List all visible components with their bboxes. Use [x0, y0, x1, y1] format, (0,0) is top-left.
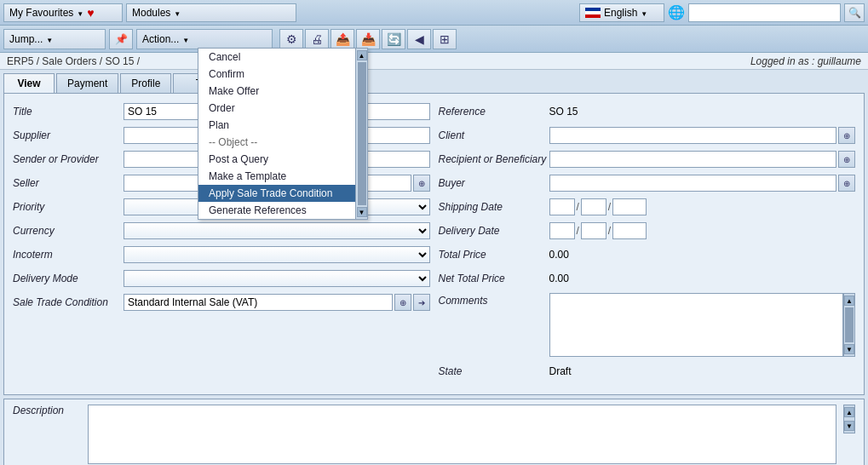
menu-item-order[interactable]: Order — [198, 100, 355, 117]
delivery-mode-label: Delivery Mode — [13, 273, 124, 284]
comments-label: Comments — [439, 293, 549, 307]
delivery-date-year[interactable] — [612, 222, 647, 239]
shipping-date-label: Shipping Date — [439, 201, 549, 213]
shipping-date-month[interactable] — [549, 198, 575, 215]
language-chevron — [641, 7, 647, 19]
form-area: Title Supplier Sender or Provider Seller… — [3, 93, 865, 395]
buyer-label: Buyer — [439, 177, 549, 189]
description-scroll-down[interactable]: ▼ — [844, 421, 854, 431]
comments-row: Comments ▲ ▼ — [439, 293, 856, 357]
currency-label: Currency — [13, 225, 124, 237]
delivery-date-label: Delivery Date — [439, 225, 549, 237]
net-total-price-row: Net Total Price 0.00 — [439, 269, 856, 288]
main-content: View Payment Profile T History Title Sup… — [0, 70, 868, 465]
state-value: Draft — [549, 365, 572, 377]
menu-item-object-separator: -- Object -- — [198, 134, 355, 151]
search-input[interactable] — [688, 3, 841, 22]
recipient-label: Recipient or Beneficiary — [439, 153, 549, 165]
client-input[interactable] — [549, 127, 837, 144]
comments-textarea[interactable] — [549, 293, 844, 357]
recipient-row: Recipient or Beneficiary ⊕ — [439, 150, 856, 169]
logged-in-text: Logged in as : guillaume — [750, 55, 861, 67]
modules-chevron — [174, 7, 181, 19]
buyer-input[interactable] — [549, 175, 837, 192]
comments-scroll-up[interactable]: ▲ — [844, 296, 854, 306]
dropdown-scroll-up[interactable]: ▲ — [357, 50, 367, 60]
action-dropdown[interactable]: Action... — [136, 29, 273, 49]
client-label: Client — [439, 129, 549, 141]
description-label: Description — [13, 405, 81, 416]
shipping-date-row: Shipping Date / / — [439, 198, 856, 216]
dropdown-scroll-thumb — [358, 62, 366, 205]
action-chevron — [182, 33, 189, 45]
sale-trade-condition-arrow-btn[interactable]: ➔ — [413, 294, 430, 311]
language-dropdown[interactable]: English — [579, 3, 664, 22]
title-label: Title — [13, 106, 124, 118]
sale-trade-condition-lookup-btn[interactable]: ⊕ — [394, 294, 411, 311]
total-price-value: 0.00 — [549, 249, 569, 261]
tab-payment[interactable]: Payment — [56, 73, 118, 93]
delivery-date-day[interactable] — [581, 222, 606, 239]
grid-icon-btn[interactable]: ⊞ — [433, 29, 457, 49]
dropdown-scrollbar: ▲ ▼ — [355, 49, 367, 219]
description-scroll-up[interactable]: ▲ — [844, 407, 854, 417]
nav-prev-btn[interactable]: ◀ — [407, 29, 431, 49]
tab-profile[interactable]: Profile — [120, 73, 171, 93]
comments-scroll-down[interactable]: ▼ — [844, 344, 854, 354]
language-label: English — [604, 7, 637, 19]
menu-item-cancel[interactable]: Cancel — [198, 49, 355, 66]
sale-trade-condition-input[interactable] — [124, 294, 393, 311]
buyer-lookup-btn[interactable]: ⊕ — [838, 175, 855, 192]
reference-row: Reference SO 15 — [439, 102, 856, 121]
recipient-lookup-btn[interactable]: ⊕ — [838, 151, 855, 168]
currency-select[interactable] — [124, 222, 430, 239]
client-row: Client ⊕ — [439, 126, 856, 145]
menu-item-post-query[interactable]: Post a Query — [198, 151, 355, 168]
client-lookup-btn[interactable]: ⊕ — [838, 127, 855, 144]
action-dropdown-menu: Cancel Confirm Make Offer Order Plan -- … — [198, 48, 368, 220]
comments-scrollbar: ▲ ▼ — [843, 293, 855, 357]
buyer-row: Buyer ⊕ — [439, 174, 856, 192]
reference-label: Reference — [439, 106, 549, 118]
second-toolbar: Jump... 📌 Action... ⚙ 🖨 📤 📥 🔄 ◀ ⊞ — [0, 26, 868, 53]
description-textarea[interactable] — [88, 405, 836, 464]
menu-item-confirm[interactable]: Confirm — [198, 66, 355, 83]
top-bar: My Favourites ♥ Modules English 🌐 🔍 — [0, 0, 868, 26]
recipient-input[interactable] — [549, 151, 837, 168]
menu-item-apply-sale-trade-condition[interactable]: Apply Sale Trade Condition — [198, 185, 355, 202]
favourites-dropdown[interactable]: My Favourites ♥ — [3, 3, 123, 22]
total-price-label: Total Price — [439, 249, 549, 261]
export-icon-btn[interactable]: 📤 — [331, 29, 354, 49]
import-icon-btn[interactable]: 📥 — [356, 29, 380, 49]
print-icon-btn[interactable]: 🖨 — [305, 29, 329, 49]
incoterm-row: Incoterm — [13, 245, 430, 264]
tabs: View Payment Profile T History — [3, 73, 865, 93]
settings-icon-btn[interactable]: ⚙ — [279, 29, 303, 49]
incoterm-select[interactable] — [124, 246, 430, 263]
currency-row: Currency — [13, 221, 430, 240]
menu-item-plan[interactable]: Plan — [198, 117, 355, 134]
modules-dropdown[interactable]: Modules — [126, 3, 296, 22]
seller-lookup-btn[interactable]: ⊕ — [413, 175, 430, 192]
tab-view[interactable]: View — [3, 73, 55, 93]
menu-item-generate-references[interactable]: Generate References — [198, 202, 355, 219]
toolbar-icons: ⚙ 🖨 📤 📥 🔄 ◀ ⊞ — [279, 29, 457, 49]
state-row: State Draft — [439, 362, 856, 381]
pin-button[interactable]: 📌 — [109, 29, 133, 49]
comments-scroll-thumb — [845, 307, 854, 342]
action-label: Action... — [142, 33, 179, 45]
shipping-date-year[interactable] — [612, 198, 647, 215]
search-button[interactable]: 🔍 — [844, 3, 865, 22]
shipping-date-day[interactable] — [581, 198, 606, 215]
description-scrollbar: ▲ ▼ — [843, 405, 855, 433]
description-section: Description ▲ ▼ — [3, 399, 865, 465]
flag-icon — [585, 8, 601, 18]
refresh-icon-btn[interactable]: 🔄 — [382, 29, 405, 49]
menu-item-make-offer[interactable]: Make Offer — [198, 83, 355, 100]
dropdown-scroll-down[interactable]: ▼ — [357, 207, 367, 217]
jump-dropdown[interactable]: Jump... — [3, 29, 106, 49]
delivery-mode-select[interactable] — [124, 270, 430, 287]
menu-item-make-template[interactable]: Make a Template — [198, 168, 355, 185]
net-total-price-value: 0.00 — [549, 273, 569, 284]
delivery-date-month[interactable] — [549, 222, 575, 239]
